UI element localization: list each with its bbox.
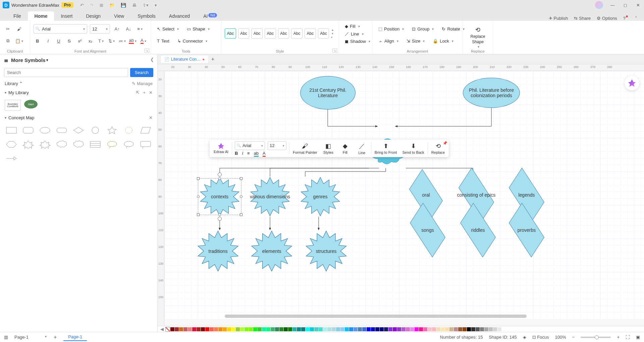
mylib-shape-1[interactable]: Boundary Conditions	[5, 100, 21, 111]
color-swatch[interactable]	[175, 327, 179, 331]
shape-legends[interactable]: legends	[506, 183, 547, 207]
format-painter-button[interactable]: 🖌	[15, 24, 23, 33]
color-swatch[interactable]	[231, 327, 235, 331]
print-button[interactable]: 🖶	[132, 3, 137, 8]
color-swatch[interactable]	[275, 327, 279, 331]
color-swatch[interactable]	[415, 327, 419, 331]
concept-shape-2[interactable]	[38, 125, 52, 136]
color-swatch[interactable]	[480, 327, 484, 331]
shape-traditions[interactable]: traditions	[193, 230, 243, 272]
concept-shape-9[interactable]	[5, 139, 18, 150]
concept-shape-1[interactable]	[21, 125, 35, 136]
ctx-size-dropdown[interactable]: 12	[268, 141, 286, 150]
color-swatch[interactable]	[223, 327, 227, 331]
color-swatch[interactable]	[471, 327, 475, 331]
concept-shape-13[interactable]	[72, 139, 85, 150]
color-swatch[interactable]	[371, 327, 375, 331]
style-preset-2[interactable]: Abc	[238, 28, 250, 39]
cut-button[interactable]: ✂	[3, 24, 12, 33]
close-button[interactable]: ✕	[635, 3, 641, 8]
open-button[interactable]: 📁	[109, 3, 115, 8]
ctx-styles[interactable]: ◧Styles	[320, 141, 337, 156]
rotate-handle-top[interactable]	[218, 173, 222, 177]
style-more[interactable]: ▾	[331, 36, 335, 39]
no-color[interactable]	[165, 327, 170, 332]
style-up[interactable]: ▲	[331, 28, 335, 31]
color-swatch[interactable]	[340, 327, 344, 331]
group-button[interactable]: ⊡ Group	[409, 25, 436, 32]
color-swatch[interactable]	[183, 327, 187, 331]
shape-riddles[interactable]: riddles	[458, 218, 498, 242]
color-swatch[interactable]	[266, 327, 270, 331]
color-swatch[interactable]	[314, 327, 318, 331]
color-swatch[interactable]	[262, 327, 266, 331]
doc-tab[interactable]: 📄 Literature Con… ●	[161, 56, 208, 63]
color-swatch[interactable]	[179, 327, 183, 331]
export-button[interactable]: ⇪▾	[143, 3, 149, 8]
tab-symbols[interactable]: Symbols	[131, 11, 162, 21]
ctx-edraw-ai[interactable]: Edraw AI	[211, 141, 231, 156]
style-preset-3[interactable]: Abc	[251, 28, 263, 39]
color-swatch[interactable]	[375, 327, 379, 331]
tab-advanced[interactable]: Advanced	[162, 11, 197, 21]
pages-icon[interactable]: ▥	[4, 335, 8, 340]
shape-epics[interactable]: consisting of epics	[456, 183, 496, 207]
color-swatch[interactable]	[214, 327, 218, 331]
color-swatch[interactable]	[218, 327, 222, 331]
color-swatch[interactable]	[253, 327, 257, 331]
color-swatch[interactable]	[297, 327, 301, 331]
shape-elements[interactable]: elements	[247, 230, 297, 272]
color-swatch[interactable]	[170, 327, 174, 331]
canvas[interactable]: 21st Century Phil. Literature Phil. Lite…	[164, 71, 644, 319]
color-swatch[interactable]	[502, 327, 506, 331]
search-button[interactable]: Search	[130, 68, 153, 77]
mylib-close[interactable]: ✕	[149, 90, 153, 95]
color-swatch[interactable]	[323, 327, 327, 331]
line-button[interactable]: ／ Line	[342, 30, 369, 38]
fill-button[interactable]: ◆ Fill	[342, 23, 369, 30]
concept-shape-8[interactable]	[139, 125, 152, 136]
colorbar-prev[interactable]: ◀	[160, 327, 164, 332]
copy-button[interactable]: ⧉	[3, 37, 12, 45]
color-swatch[interactable]	[406, 327, 410, 331]
color-swatch[interactable]	[301, 327, 305, 331]
concept-shape-14[interactable]	[89, 139, 102, 150]
color-swatch[interactable]	[332, 327, 336, 331]
options-button[interactable]: ⚙ Options	[597, 16, 617, 21]
color-swatch[interactable]	[292, 327, 297, 331]
color-swatch[interactable]	[393, 327, 397, 331]
color-swatch[interactable]	[236, 327, 240, 331]
color-swatch[interactable]	[210, 327, 214, 331]
page-tab[interactable]: Page-1	[63, 333, 87, 341]
save-button[interactable]: 💾	[121, 3, 126, 8]
color-swatch[interactable]	[493, 327, 497, 331]
pin-toolbar[interactable]: 📌	[443, 141, 447, 145]
font-dropdown[interactable]: Arial	[34, 24, 87, 33]
color-swatch[interactable]	[463, 327, 467, 331]
color-swatch[interactable]	[410, 327, 414, 331]
color-swatch[interactable]	[358, 327, 362, 331]
color-swatch[interactable]	[319, 327, 323, 331]
zoom-in[interactable]: +	[617, 335, 620, 340]
color-swatch[interactable]	[423, 327, 427, 331]
color-swatch[interactable]	[497, 327, 501, 331]
maximize-button[interactable]: ◻	[622, 3, 629, 8]
color-swatch[interactable]	[401, 327, 406, 331]
lock-button[interactable]: 🔒 Lock	[430, 38, 456, 45]
color-swatch[interactable]	[388, 327, 392, 331]
shape-proverbs[interactable]: proverbs	[506, 218, 547, 242]
ctx-highlight[interactable]: ab	[254, 151, 259, 156]
font-size-dropdown[interactable]: 12	[90, 24, 110, 33]
concept-shape-11[interactable]	[38, 139, 52, 150]
color-swatch[interactable]	[397, 327, 401, 331]
color-swatch[interactable]	[288, 327, 292, 331]
mylib-shape-2[interactable]: Start	[24, 100, 38, 109]
color-swatch[interactable]	[271, 327, 275, 331]
add-page-button[interactable]: +	[54, 334, 57, 340]
style-preset-4[interactable]: Abc	[265, 28, 276, 39]
color-swatch[interactable]	[336, 327, 340, 331]
tab-ai[interactable]: AIhot	[197, 11, 224, 21]
color-swatch[interactable]	[441, 327, 445, 331]
tab-insert[interactable]: Insert	[54, 11, 79, 21]
shape-genres[interactable]: genres	[297, 177, 344, 217]
